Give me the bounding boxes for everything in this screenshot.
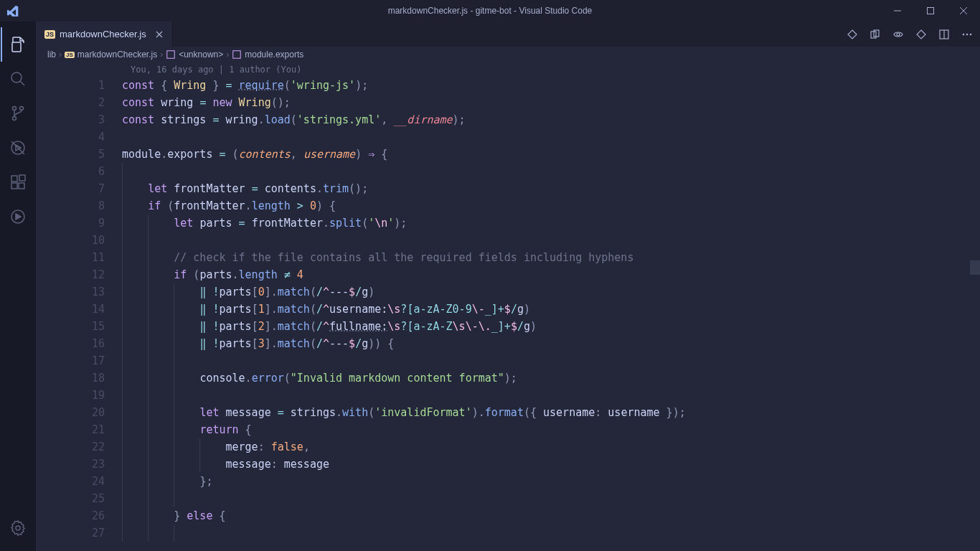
chevron-right-icon: › (59, 50, 62, 60)
tab-label: markdownChecker.js (60, 29, 146, 39)
source-control-icon[interactable] (1, 96, 35, 131)
settings-gear-icon[interactable] (1, 511, 35, 545)
window-title: markdownChecker.js - gitme-bot - Visual … (388, 6, 593, 16)
chevron-right-icon: › (226, 50, 229, 60)
line-number: 13 (36, 283, 122, 301)
line-number: 5 (36, 146, 122, 163)
more-actions-icon[interactable] (961, 29, 973, 40)
line-number: 22 (36, 438, 122, 456)
symbol-icon (166, 50, 176, 60)
extensions-icon[interactable] (1, 165, 35, 199)
svg-rect-1 (928, 8, 934, 14)
maximize-button[interactable] (914, 0, 947, 22)
codelens[interactable]: You, 16 days ago | 1 author (You) (36, 62, 980, 77)
line-number: 21 (36, 421, 122, 438)
symbol-icon (232, 50, 242, 60)
svg-point-21 (897, 33, 900, 36)
line-number: 23 (36, 456, 122, 473)
line-number: 24 (36, 473, 122, 490)
line-number: 4 (36, 128, 122, 146)
breadcrumb-item[interactable]: <unknown> (179, 50, 223, 60)
vscode-icon (7, 5, 19, 17)
line-number: 14 (36, 301, 122, 318)
line-number: 1 (36, 77, 122, 94)
svg-point-24 (963, 33, 965, 35)
line-number: 19 (36, 387, 122, 404)
chevron-right-icon: › (160, 50, 163, 60)
line-number: 25 (36, 490, 122, 507)
title-bar: markdownChecker.js - gitme-bot - Visual … (0, 0, 980, 22)
line-number: 12 (36, 266, 122, 283)
breadcrumb-item[interactable]: lib (47, 50, 56, 60)
js-file-icon: JS (65, 52, 75, 58)
svg-point-26 (970, 33, 972, 35)
line-number: 17 (36, 352, 122, 369)
svg-line-5 (20, 81, 24, 85)
line-number: 9 (36, 215, 122, 232)
editor-area: JS markdownChecker.js lib › JS markdownC… (36, 22, 980, 551)
svg-rect-12 (11, 183, 17, 189)
code-editor[interactable]: 1const { Wring } = require('wring-js'); … (36, 77, 980, 551)
tab-markdownchecker[interactable]: JS markdownChecker.js (36, 22, 173, 47)
line-number: 11 (36, 249, 122, 266)
line-number: 16 (36, 335, 122, 352)
activity-bar (0, 22, 36, 551)
svg-rect-28 (233, 51, 241, 59)
line-number: 18 (36, 369, 122, 387)
liveshare-icon[interactable] (1, 199, 35, 234)
split-editor-icon[interactable] (938, 29, 950, 40)
svg-rect-27 (167, 51, 175, 59)
js-file-icon: JS (44, 30, 55, 39)
svg-point-25 (966, 33, 969, 35)
line-number: 10 (36, 232, 122, 249)
tab-close-icon[interactable] (155, 30, 164, 39)
svg-rect-13 (19, 183, 24, 189)
svg-point-7 (13, 107, 17, 110)
line-number: 20 (36, 404, 122, 421)
line-number: 6 (36, 163, 122, 180)
breadcrumb-item[interactable]: markdownChecker.js (77, 50, 157, 60)
svg-point-8 (13, 117, 17, 121)
close-button[interactable] (947, 0, 980, 22)
breadcrumbs[interactable]: lib › JS markdownChecker.js › <unknown> … (36, 47, 980, 62)
editor-actions (847, 22, 980, 47)
line-number: 3 (36, 111, 122, 128)
line-number: 15 (36, 318, 122, 335)
action-icon-1[interactable] (847, 29, 858, 40)
explorer-icon[interactable] (1, 27, 35, 62)
line-number: 7 (36, 180, 122, 197)
minimize-button[interactable] (881, 0, 914, 22)
line-number: 8 (36, 197, 122, 215)
svg-point-6 (20, 107, 24, 110)
debug-icon[interactable] (1, 131, 35, 165)
line-number: 26 (36, 507, 122, 524)
search-icon[interactable] (1, 62, 35, 96)
breadcrumb-item[interactable]: module.exports (245, 50, 303, 60)
action-icon-3[interactable] (892, 29, 904, 40)
minimap[interactable] (970, 77, 980, 551)
svg-point-16 (16, 526, 20, 530)
line-number: 2 (36, 94, 122, 111)
tab-bar: JS markdownChecker.js (36, 22, 980, 47)
action-icon-2[interactable] (870, 29, 881, 40)
svg-point-4 (11, 72, 22, 83)
svg-rect-14 (19, 175, 25, 181)
line-number: 27 (36, 524, 122, 542)
svg-rect-11 (11, 176, 17, 182)
action-icon-4[interactable] (915, 29, 927, 40)
